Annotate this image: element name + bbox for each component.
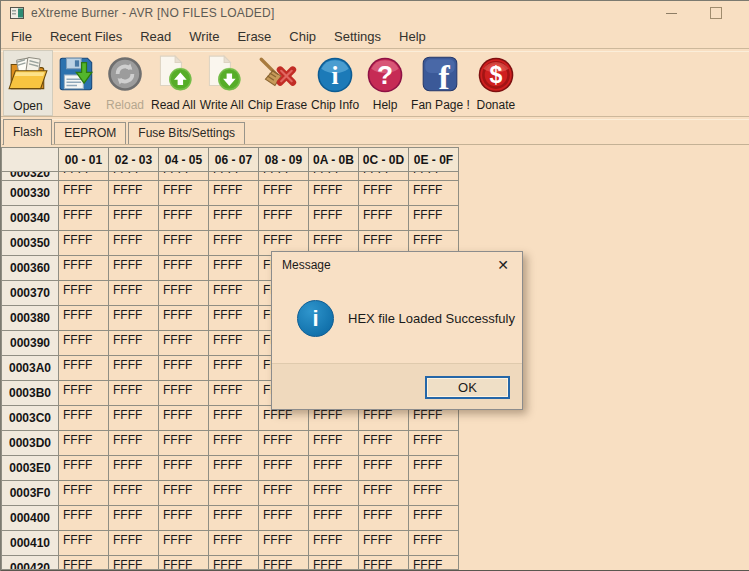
hex-cell[interactable]: FFFF xyxy=(159,506,209,531)
hex-cell[interactable]: FFFF xyxy=(109,172,159,181)
maximize-button[interactable] xyxy=(701,1,731,25)
hex-cell[interactable]: FFFF xyxy=(309,456,359,481)
hex-cell[interactable]: FFFF xyxy=(109,531,159,556)
menu-file[interactable]: File xyxy=(2,26,41,47)
dialog-close-button[interactable]: ✕ xyxy=(490,252,516,278)
hex-cell[interactable]: FFFF xyxy=(159,206,209,231)
hex-cell[interactable]: FFFF xyxy=(59,331,109,356)
hex-cell[interactable]: FFFF xyxy=(109,556,159,570)
reload-button[interactable]: Reload xyxy=(101,50,149,116)
hex-cell[interactable]: FFFF xyxy=(359,506,409,531)
hex-cell[interactable]: FFFF xyxy=(409,172,459,181)
hex-cell[interactable]: FFFF xyxy=(59,356,109,381)
hex-cell[interactable]: FFFF xyxy=(359,172,409,181)
hex-cell[interactable]: FFFF xyxy=(409,556,459,570)
hex-cell[interactable]: FFFF xyxy=(59,206,109,231)
hex-cell[interactable]: FFFF xyxy=(159,181,209,206)
hex-cell[interactable]: FFFF xyxy=(209,256,259,281)
hex-cell[interactable]: FFFF xyxy=(309,556,359,570)
hex-cell[interactable]: FFFF xyxy=(59,481,109,506)
hex-cell[interactable]: FFFF xyxy=(159,406,209,431)
chip-info-button[interactable]: i Chip Info xyxy=(309,50,361,116)
chip-erase-button[interactable]: Chip Erase xyxy=(246,50,309,116)
hex-cell[interactable]: FFFF xyxy=(209,556,259,570)
hex-cell[interactable]: FFFF xyxy=(59,456,109,481)
hex-cell[interactable]: FFFF xyxy=(359,556,409,570)
save-button[interactable]: Save xyxy=(53,50,101,116)
minimize-button[interactable] xyxy=(656,1,686,25)
menu-help[interactable]: Help xyxy=(390,26,435,47)
hex-cell[interactable]: FFFF xyxy=(159,356,209,381)
hex-cell[interactable]: FFFF xyxy=(259,181,309,206)
ok-button[interactable]: OK xyxy=(425,376,510,399)
hex-cell[interactable]: FFFF xyxy=(209,281,259,306)
hex-cell[interactable]: FFFF xyxy=(59,281,109,306)
hex-cell[interactable]: FFFF xyxy=(309,481,359,506)
hex-cell[interactable]: FFFF xyxy=(409,481,459,506)
menu-settings[interactable]: Settings xyxy=(325,26,390,47)
hex-cell[interactable]: FFFF xyxy=(109,331,159,356)
write-all-button[interactable]: Write All xyxy=(198,50,246,116)
hex-cell[interactable]: FFFF xyxy=(109,481,159,506)
hex-cell[interactable]: FFFF xyxy=(159,456,209,481)
hex-cell[interactable]: FFFF xyxy=(309,181,359,206)
hex-cell[interactable]: FFFF xyxy=(409,506,459,531)
hex-cell[interactable]: FFFF xyxy=(159,431,209,456)
hex-cell[interactable]: FFFF xyxy=(109,231,159,256)
hex-cell[interactable]: FFFF xyxy=(109,456,159,481)
hex-cell[interactable]: FFFF xyxy=(59,506,109,531)
hex-cell[interactable]: FFFF xyxy=(59,306,109,331)
hex-cell[interactable]: FFFF xyxy=(259,506,309,531)
tab-fuse-bits-settings[interactable]: Fuse Bits/Settings xyxy=(128,122,245,144)
hex-cell[interactable]: FFFF xyxy=(209,206,259,231)
hex-cell[interactable]: FFFF xyxy=(359,431,409,456)
hex-cell[interactable]: FFFF xyxy=(59,256,109,281)
hex-cell[interactable]: FFFF xyxy=(359,456,409,481)
hex-cell[interactable]: FFFF xyxy=(209,331,259,356)
hex-cell[interactable]: FFFF xyxy=(359,481,409,506)
hex-cell[interactable]: FFFF xyxy=(209,481,259,506)
hex-cell[interactable]: FFFF xyxy=(159,172,209,181)
hex-cell[interactable]: FFFF xyxy=(209,172,259,181)
hex-cell[interactable]: FFFF xyxy=(159,231,209,256)
hex-cell[interactable]: FFFF xyxy=(359,181,409,206)
hex-cell[interactable]: FFFF xyxy=(409,456,459,481)
hex-cell[interactable]: FFFF xyxy=(209,406,259,431)
hex-cell[interactable]: FFFF xyxy=(209,306,259,331)
hex-cell[interactable]: FFFF xyxy=(159,556,209,570)
hex-cell[interactable]: FFFF xyxy=(259,431,309,456)
hex-cell[interactable]: FFFF xyxy=(109,256,159,281)
hex-cell[interactable]: FFFF xyxy=(59,531,109,556)
hex-cell[interactable]: FFFF xyxy=(209,456,259,481)
donate-button[interactable]: $ Donate xyxy=(472,50,520,116)
hex-cell[interactable]: FFFF xyxy=(259,206,309,231)
read-all-button[interactable]: Read All xyxy=(149,50,198,116)
hex-cell[interactable]: FFFF xyxy=(309,506,359,531)
hex-cell[interactable]: FFFF xyxy=(159,381,209,406)
hex-cell[interactable]: FFFF xyxy=(159,306,209,331)
hex-cell[interactable]: FFFF xyxy=(109,506,159,531)
hex-cell[interactable]: FFFF xyxy=(209,531,259,556)
hex-cell[interactable]: FFFF xyxy=(259,456,309,481)
hex-cell[interactable]: FFFF xyxy=(109,406,159,431)
menu-write[interactable]: Write xyxy=(180,26,228,47)
hex-cell[interactable]: FFFF xyxy=(259,556,309,570)
tab-flash[interactable]: Flash xyxy=(3,119,52,145)
hex-cell[interactable]: FFFF xyxy=(59,431,109,456)
hex-cell[interactable]: FFFF xyxy=(209,231,259,256)
hex-cell[interactable]: FFFF xyxy=(109,181,159,206)
hex-cell[interactable]: FFFF xyxy=(359,531,409,556)
hex-cell[interactable]: FFFF xyxy=(109,206,159,231)
hex-cell[interactable]: FFFF xyxy=(259,481,309,506)
hex-cell[interactable]: FFFF xyxy=(259,531,309,556)
menu-recent-files[interactable]: Recent Files xyxy=(41,26,131,47)
open-button[interactable]: Open xyxy=(3,50,53,116)
hex-cell[interactable]: FFFF xyxy=(309,531,359,556)
hex-cell[interactable]: FFFF xyxy=(409,431,459,456)
hex-cell[interactable]: FFFF xyxy=(109,281,159,306)
hex-cell[interactable]: FFFF xyxy=(109,381,159,406)
hex-cell[interactable]: FFFF xyxy=(59,406,109,431)
hex-cell[interactable]: FFFF xyxy=(59,556,109,570)
hex-cell[interactable]: FFFF xyxy=(409,206,459,231)
menu-read[interactable]: Read xyxy=(131,26,180,47)
